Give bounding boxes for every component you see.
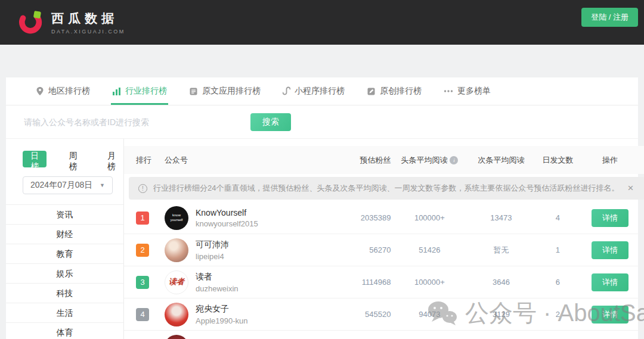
- info-icon[interactable]: i: [450, 156, 458, 164]
- rank-badge: 2: [136, 244, 149, 257]
- tab-original-ranking[interactable]: 原创排行榜: [367, 77, 422, 105]
- rank-badge: 3: [136, 276, 149, 289]
- notice-info-icon: !: [138, 184, 147, 193]
- ellipsis-icon: [444, 89, 453, 93]
- ranking-table: 排行 公众号 预估粉丝 头条平均阅读 i 次条平均阅读 日发文数 操作 ! 行业…: [124, 139, 644, 339]
- headline-avg-read: 100000+: [391, 213, 468, 222]
- estimated-fans: 1114968: [313, 278, 391, 287]
- avatar: 读者: [165, 270, 188, 294]
- sidebar-item-education[interactable]: 教育: [6, 244, 123, 264]
- tab-label: 行业排行榜: [125, 86, 167, 97]
- rank-badge: 1: [136, 212, 149, 225]
- estimated-fans: 545520: [313, 310, 391, 319]
- sidebar: 日榜 周榜 月榜 2024年07月08日 ▼ 资讯 财经 教育 娱乐 科技 生活…: [6, 139, 124, 339]
- chevron-down-icon: ▼: [100, 182, 105, 188]
- column-rank: 排行: [136, 155, 165, 166]
- main-card: 地区排行榜 行业排行榜 原文应用排行榜 小程序排行榜: [6, 77, 638, 339]
- table-row: 1 know yourself KnowYourself knowyoursel…: [124, 202, 644, 234]
- tab-industry-ranking[interactable]: 行业排行榜: [112, 77, 167, 105]
- column-second-avg-read: 次条平均阅读: [468, 155, 534, 166]
- sidebar-item-technology[interactable]: 科技: [6, 284, 123, 303]
- notice-text: 行业排行榜细分24个垂直领域，提供预估粉丝、头条及次条平均阅读、一周发文数等参数…: [153, 183, 619, 194]
- main-area: 日榜 周榜 月榜 2024年07月08日 ▼ 资讯 财经 教育 娱乐 科技 生活…: [6, 139, 638, 339]
- column-action: 操作: [581, 155, 638, 166]
- avatar: [165, 303, 188, 326]
- detail-button[interactable]: 详情: [592, 241, 628, 259]
- daily-posts: 1: [534, 245, 581, 254]
- headline-avg-read: 94073: [391, 310, 468, 319]
- sidebar-item-sports[interactable]: 体育: [6, 323, 123, 339]
- second-avg-read: 3646: [468, 278, 534, 287]
- daily-posts: 6: [534, 278, 581, 287]
- column-daily-posts: 日发文数: [534, 155, 581, 166]
- period-tabs: 日榜 周榜 月榜: [6, 151, 123, 167]
- document-icon: [189, 87, 198, 96]
- daily-posts: 2: [534, 310, 581, 319]
- tab-label: 更多榜单: [457, 86, 491, 97]
- table-header: 排行 公众号 预估粉丝 头条平均阅读 i 次条平均阅读 日发文数 操作: [124, 146, 644, 174]
- table-row: 3 读者 读者 duzheweixin 1114968 100000+ 3646…: [124, 266, 644, 298]
- period-tab-weekly[interactable]: 周榜: [61, 151, 85, 167]
- account-id: knowyourself2015: [196, 219, 258, 228]
- location-pin-icon: [36, 86, 44, 96]
- brand-domain: DATA.XIGUAJI.COM: [51, 29, 125, 35]
- table-row: 费加罗夫人: [124, 331, 644, 339]
- column-account: 公众号: [165, 155, 313, 166]
- sidebar-item-entertainment[interactable]: 娱乐: [6, 264, 123, 284]
- brand-logo[interactable]: 西瓜数据 DATA.XIGUAJI.COM: [18, 10, 125, 35]
- headline-avg-read: 100000+: [391, 278, 468, 287]
- date-value: 2024年07月08日: [30, 180, 92, 191]
- edit-icon: [367, 87, 376, 96]
- search-bar: 搜索: [6, 105, 638, 139]
- bar-chart-icon: [112, 87, 121, 96]
- account-id: duzheweixin: [196, 284, 239, 293]
- sidebar-item-life[interactable]: 生活: [6, 303, 123, 323]
- second-avg-read: 13473: [468, 213, 534, 222]
- second-avg-read: 暂无: [468, 245, 534, 256]
- avatar: [165, 335, 188, 339]
- tab-original-app-ranking[interactable]: 原文应用排行榜: [189, 77, 261, 105]
- login-register-button[interactable]: 登陆 / 注册: [581, 8, 638, 27]
- tab-region-ranking[interactable]: 地区排行榜: [36, 77, 90, 105]
- account-id: Apple1990-kun: [196, 316, 247, 325]
- account-name[interactable]: 可可沛沛: [196, 240, 229, 250]
- sidebar-item-finance[interactable]: 财经: [6, 225, 123, 244]
- tab-label: 小程序排行榜: [295, 86, 345, 97]
- tab-mini-program-ranking[interactable]: 小程序排行榜: [283, 77, 345, 105]
- top-header: 西瓜数据 DATA.XIGUAJI.COM 登陆 / 注册: [0, 0, 644, 45]
- sidebar-item-news[interactable]: 资讯: [6, 205, 123, 225]
- detail-button[interactable]: 详情: [592, 306, 628, 324]
- tab-label: 地区排行榜: [48, 86, 90, 97]
- daily-posts: 4: [534, 213, 581, 222]
- column-estimated-fans: 预估粉丝: [313, 155, 391, 166]
- headline-avg-read: 51426: [391, 245, 468, 254]
- detail-button[interactable]: 详情: [592, 209, 628, 227]
- brand-name: 西瓜数据: [51, 10, 125, 27]
- period-tab-monthly[interactable]: 月榜: [100, 151, 123, 167]
- account-name[interactable]: 读者: [196, 272, 239, 282]
- account-name[interactable]: KnowYourself: [196, 208, 258, 217]
- date-picker[interactable]: 2024年07月08日 ▼: [23, 176, 113, 194]
- ranking-tab-bar: 地区排行榜 行业排行榜 原文应用排行榜 小程序排行榜: [6, 77, 638, 105]
- estimated-fans: 2035389: [313, 213, 391, 222]
- search-button[interactable]: 搜索: [250, 113, 291, 131]
- account-id: lipeipei4: [196, 252, 229, 261]
- avatar: [165, 238, 188, 262]
- estimated-fans: 56270: [313, 245, 391, 254]
- tab-label: 原文应用排行榜: [202, 86, 261, 97]
- rank-badge: 4: [136, 308, 149, 321]
- table-row: 2 可可沛沛 lipeipei4 56270 51426 暂无 1 详情: [124, 234, 644, 266]
- period-tab-daily[interactable]: 日榜: [23, 151, 47, 167]
- avatar: know yourself: [165, 206, 188, 230]
- close-icon[interactable]: ×: [625, 182, 636, 194]
- search-input[interactable]: [24, 117, 233, 127]
- account-name[interactable]: 宛央女子: [196, 304, 247, 315]
- tab-label: 原创排行榜: [380, 86, 422, 97]
- tab-more-rankings[interactable]: 更多榜单: [444, 77, 491, 105]
- second-avg-read: 3129: [468, 310, 534, 319]
- category-list: 资讯 财经 教育 娱乐 科技 生活 体育: [6, 204, 123, 339]
- mini-program-icon: [283, 86, 290, 96]
- detail-button[interactable]: 详情: [592, 273, 628, 291]
- column-headline-avg-read: 头条平均阅读 i: [391, 155, 468, 166]
- page: 西瓜数据 DATA.XIGUAJI.COM 登陆 / 注册 地区排行榜 行业排行…: [0, 0, 644, 339]
